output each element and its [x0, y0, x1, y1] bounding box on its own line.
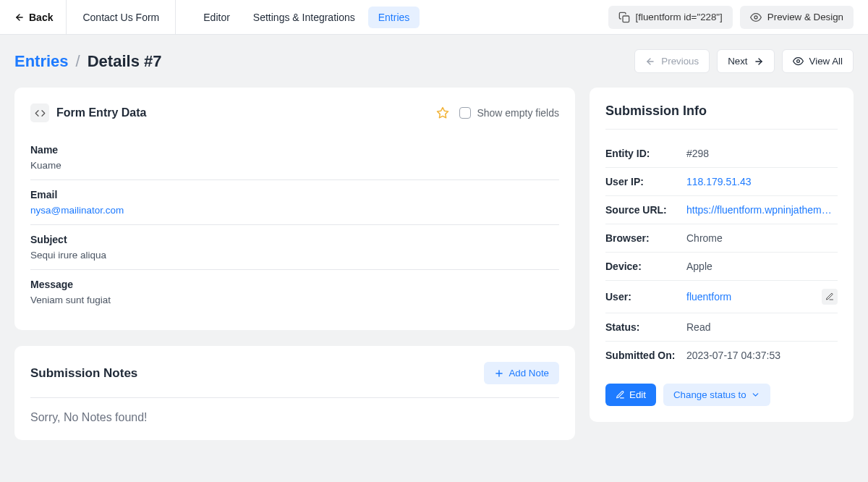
info-value: 2023-07-17 04:37:53 — [686, 350, 838, 361]
copy-icon — [618, 12, 630, 23]
view-all-button[interactable]: View All — [782, 49, 854, 73]
notes-card: Submission Notes Add Note Sorry, No Note… — [14, 346, 575, 440]
edit-label: Edit — [629, 389, 646, 400]
edit-button[interactable]: Edit — [605, 384, 656, 406]
checkbox-box — [459, 107, 471, 119]
add-note-button[interactable]: Add Note — [484, 362, 559, 384]
info-row: Submitted On: 2023-07-17 04:37:53 — [605, 342, 838, 369]
info-label: Device: — [605, 261, 686, 272]
add-note-label: Add Note — [509, 368, 549, 379]
preview-label: Preview & Design — [767, 12, 843, 22]
info-label: Entity ID: — [605, 148, 686, 159]
edit-user-icon[interactable] — [822, 289, 838, 305]
back-button[interactable]: Back — [14, 0, 67, 34]
page-title: Details #7 — [88, 52, 162, 71]
breadcrumb: Entries / Details #7 — [14, 52, 161, 71]
info-row: Entity ID: #298 — [605, 140, 838, 168]
info-label: User IP: — [605, 176, 686, 187]
info-row: Status: Read — [605, 313, 838, 342]
info-row: Device: Apple — [605, 253, 838, 281]
form-name: Contact Us Form — [67, 0, 176, 34]
arrow-left-icon — [645, 56, 655, 67]
tabs: Editor Settings & Integrations Entries — [193, 7, 420, 28]
star-icon[interactable] — [436, 106, 449, 119]
field-label: Name — [30, 144, 559, 156]
field-label: Email — [30, 189, 559, 200]
info-value: Read — [686, 321, 838, 333]
back-label: Back — [29, 12, 53, 23]
entry-card-title: Form Entry Data — [56, 106, 146, 119]
field-value[interactable]: nysa@mailinator.com — [30, 205, 559, 216]
info-actions: Edit Change status to — [605, 384, 838, 406]
entry-field: Name Kuame — [30, 135, 559, 180]
info-value: Chrome — [686, 232, 838, 244]
notes-empty-text: Sorry, No Notes found! — [30, 411, 559, 424]
pencil-icon — [616, 390, 625, 399]
shortcode-text: [fluentform id="228"] — [636, 12, 723, 22]
previous-label: Previous — [661, 56, 699, 67]
pagination-actions: Previous Next View All — [634, 49, 854, 73]
show-empty-label: Show empty fields — [477, 107, 559, 119]
entries-link[interactable]: Entries — [14, 52, 69, 71]
arrow-right-icon — [754, 56, 764, 67]
field-label: Message — [30, 279, 559, 290]
info-row: User: fluentform — [605, 281, 838, 313]
next-label: Next — [728, 56, 747, 67]
previous-button[interactable]: Previous — [634, 49, 710, 73]
info-value[interactable]: fluentform — [686, 291, 822, 303]
entry-field: Subject Sequi irure aliqua — [30, 225, 559, 270]
info-label: Browser: — [605, 232, 686, 244]
code-icon — [30, 103, 49, 122]
change-status-button[interactable]: Change status to — [663, 384, 770, 406]
field-value: Veniam sunt fugiat — [30, 295, 559, 305]
next-button[interactable]: Next — [717, 49, 774, 73]
plus-icon — [494, 368, 504, 379]
info-label: Source URL: — [605, 204, 686, 216]
entry-field: Email nysa@mailinator.com — [30, 180, 559, 225]
eye-icon — [750, 12, 762, 23]
info-value[interactable]: 118.179.51.43 — [686, 176, 838, 187]
subheader: Entries / Details #7 Previous Next View … — [0, 35, 868, 88]
info-value: Apple — [686, 261, 838, 272]
info-row: User IP: 118.179.51.43 — [605, 168, 838, 196]
top-nav: Back Contact Us Form Editor Settings & I… — [0, 0, 868, 35]
info-value: #298 — [686, 148, 838, 159]
shortcode-button[interactable]: [fluentform id="228"] — [608, 6, 733, 29]
svg-point-2 — [754, 16, 757, 19]
entry-field: Message Veniam sunt fugiat — [30, 270, 559, 314]
submission-info-card: Submission Info Entity ID: #298 User IP:… — [590, 88, 854, 422]
breadcrumb-separator: / — [76, 52, 80, 71]
arrow-left-icon — [14, 12, 25, 22]
change-status-label: Change status to — [673, 389, 746, 400]
notes-header: Submission Notes Add Note — [30, 362, 559, 384]
field-value: Kuame — [30, 160, 559, 171]
notes-title: Submission Notes — [30, 366, 137, 381]
info-label: User: — [605, 291, 686, 303]
info-row: Browser: Chrome — [605, 224, 838, 253]
form-entry-card: Form Entry Data Show empty fields Name K… — [14, 88, 575, 330]
right-column: Submission Info Entity ID: #298 User IP:… — [590, 88, 854, 440]
header-actions: [fluentform id="228"] Preview & Design — [608, 6, 854, 29]
chevron-down-icon — [751, 390, 760, 399]
svg-rect-1 — [623, 16, 629, 22]
view-all-label: View All — [809, 56, 843, 67]
info-label: Status: — [605, 321, 686, 333]
field-label: Subject — [30, 234, 559, 245]
info-row: Source URL: https://fluentform.wpninjath… — [605, 196, 838, 224]
info-title: Submission Info — [605, 103, 838, 130]
entry-fields: Name Kuame Email nysa@mailinator.com Sub… — [30, 135, 559, 314]
field-value: Sequi irure aliqua — [30, 250, 559, 261]
show-empty-checkbox[interactable]: Show empty fields — [459, 107, 559, 119]
svg-point-5 — [796, 60, 799, 63]
eye-icon — [793, 56, 804, 67]
info-value[interactable]: https://fluentform.wpninjathem… — [686, 204, 838, 216]
info-label: Submitted On: — [605, 350, 686, 361]
entry-card-header: Form Entry Data Show empty fields — [30, 103, 559, 122]
content: Form Entry Data Show empty fields Name K… — [0, 88, 868, 454]
preview-design-button[interactable]: Preview & Design — [740, 6, 854, 29]
left-column: Form Entry Data Show empty fields Name K… — [14, 88, 575, 440]
tab-entries[interactable]: Entries — [368, 7, 420, 28]
svg-marker-6 — [438, 108, 448, 118]
tab-settings[interactable]: Settings & Integrations — [243, 7, 365, 28]
tab-editor[interactable]: Editor — [193, 7, 240, 28]
